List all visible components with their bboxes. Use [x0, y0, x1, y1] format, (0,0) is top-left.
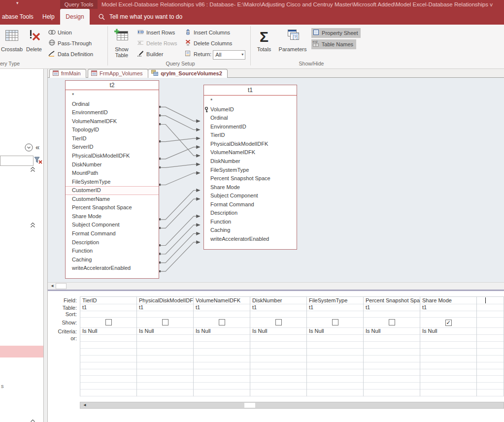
cell-sort[interactable]: [364, 311, 420, 318]
cell-table[interactable]: t1: [364, 304, 420, 311]
clear-filter-icon[interactable]: [34, 156, 43, 165]
cell-empty[interactable]: [307, 376, 363, 383]
grid-column-TierID[interactable]: TierIDt1Is Null: [80, 296, 136, 396]
cell-show[interactable]: [307, 318, 363, 328]
cell-table[interactable]: t1: [80, 304, 136, 311]
cell-field[interactable]: TierID: [80, 296, 136, 304]
cell-empty[interactable]: [307, 349, 363, 356]
delete-columns-button[interactable]: Delete Columns: [183, 38, 232, 48]
design-horizontal-scrollbar[interactable]: ◄: [48, 282, 504, 290]
cell-table[interactable]: t1: [420, 304, 476, 311]
cell-criteria[interactable]: Is Null: [364, 328, 420, 335]
cell-table[interactable]: [477, 304, 504, 311]
cell-table[interactable]: t1: [137, 304, 193, 311]
cell-show[interactable]: [364, 318, 420, 328]
grid-column-PhysicalDiskModelIDFK[interactable]: PhysicalDiskModelIDFKt1Is Null: [136, 296, 193, 396]
cell-empty[interactable]: [80, 383, 136, 390]
cell-empty[interactable]: [80, 356, 136, 362]
cell-empty[interactable]: [194, 362, 250, 369]
parameters-button[interactable]: [?] Parameters: [277, 27, 308, 59]
field-Format-Command[interactable]: Format Command: [66, 229, 159, 238]
cell-empty[interactable]: [137, 390, 193, 396]
field-Percent-Snapshot-Space[interactable]: Percent Snapshot Space: [204, 174, 297, 183]
cell-empty[interactable]: [194, 369, 250, 376]
field-Subject-Component[interactable]: Subject Component: [66, 221, 159, 229]
cell-empty[interactable]: [80, 342, 136, 349]
cell-table[interactable]: t1: [194, 304, 250, 311]
cell-empty[interactable]: [307, 356, 363, 362]
cell-empty[interactable]: [250, 362, 306, 369]
cell-empty[interactable]: [194, 390, 250, 396]
shutter-bar-close-button[interactable]: «: [35, 143, 39, 151]
cell-show[interactable]: [80, 318, 136, 328]
nav-menu-dropdown-icon[interactable]: [25, 143, 33, 153]
cell-field[interactable]: PhysicalDiskModelIDFK: [137, 296, 193, 304]
cell-empty[interactable]: [364, 369, 420, 376]
cell-empty[interactable]: [307, 342, 363, 349]
cell-criteria[interactable]: Is Null: [420, 328, 476, 335]
cell-show[interactable]: [250, 318, 306, 328]
field-Caching[interactable]: Caching: [204, 226, 297, 235]
cell-empty[interactable]: [364, 376, 420, 383]
field-Function[interactable]: Function: [204, 218, 297, 227]
cell-sort[interactable]: [194, 311, 250, 318]
field-Description[interactable]: Description: [204, 209, 297, 218]
tell-me-search[interactable]: Tell me what you want to do: [99, 9, 182, 25]
cell-criteria[interactable]: Is Null: [194, 328, 250, 335]
cell-show[interactable]: ✓: [420, 318, 476, 328]
field-Format-Command[interactable]: Format Command: [204, 200, 297, 209]
field-Percent-Snapshot-Space[interactable]: Percent Snapshot Space: [66, 203, 159, 212]
field-Subject-Component[interactable]: Subject Component: [204, 192, 297, 200]
cell-empty[interactable]: [250, 376, 306, 383]
cell-or[interactable]: [307, 335, 363, 342]
cell-field[interactable]: DiskNumber: [250, 296, 306, 304]
cell-criteria[interactable]: Is Null: [307, 328, 363, 335]
nav-selected-item[interactable]: [0, 346, 43, 357]
field-Description[interactable]: Description: [66, 238, 159, 247]
cell-empty[interactable]: [137, 376, 193, 383]
cell-empty[interactable]: [420, 356, 476, 362]
grid-column-Share-Mode[interactable]: Share Modet1✓Is Null: [420, 296, 476, 396]
table-names-button[interactable]: XYZ Table Names: [311, 39, 356, 49]
field-VolumeNameIDFK[interactable]: VolumeNameIDFK: [66, 117, 159, 126]
cell-field[interactable]: [477, 296, 504, 304]
field-Share-Mode[interactable]: Share Mode: [204, 183, 297, 192]
cell-empty[interactable]: [364, 390, 420, 396]
field-FileSystemType[interactable]: FileSystemType: [204, 166, 297, 175]
pane-divider[interactable]: [43, 69, 48, 422]
cell-empty[interactable]: [250, 342, 306, 349]
table-box-t2[interactable]: t2*OrdinalEnvironmentIDVolumeNameIDFKTop…: [65, 80, 159, 279]
field-Function[interactable]: Function: [66, 247, 159, 256]
cell-empty[interactable]: [250, 349, 306, 356]
cell-empty[interactable]: [364, 342, 420, 349]
cell-field[interactable]: Percent Snapshot Space: [364, 296, 420, 304]
cell-sort[interactable]: [420, 311, 476, 318]
query-design-canvas[interactable]: t2*OrdinalEnvironmentIDVolumeNameIDFKTop…: [48, 78, 504, 282]
cell-empty[interactable]: [420, 362, 476, 369]
property-sheet-button[interactable]: Property Sheet: [311, 28, 361, 38]
cell-criteria[interactable]: Is Null: [80, 328, 136, 335]
cell-table[interactable]: t1: [307, 304, 363, 311]
cell-empty[interactable]: [477, 390, 504, 396]
cell-field[interactable]: VolumeNameIDFK: [194, 296, 250, 304]
cell-empty[interactable]: [250, 356, 306, 362]
field-asterisk[interactable]: *: [204, 97, 297, 105]
cell-empty[interactable]: [307, 383, 363, 390]
cell-or[interactable]: [420, 335, 476, 342]
cell-or[interactable]: [137, 335, 193, 342]
cell-field[interactable]: FileSystemType: [307, 296, 363, 304]
cell-sort[interactable]: [137, 311, 193, 318]
field-CustomerName[interactable]: CustomerName: [66, 195, 159, 204]
scrollbar-thumb[interactable]: [56, 283, 67, 289]
cell-empty[interactable]: [137, 349, 193, 356]
collapse-group-icon[interactable]: [30, 166, 35, 173]
cell-empty[interactable]: [194, 376, 250, 383]
delete-query-button[interactable]: Delete: [24, 27, 44, 59]
crosstab-button[interactable]: Crosstab: [1, 27, 23, 59]
cell-table[interactable]: t1: [250, 304, 306, 311]
cell-or[interactable]: [477, 335, 504, 342]
cell-empty[interactable]: [420, 390, 476, 396]
collapse-group-icon[interactable]: [30, 419, 35, 422]
cell-empty[interactable]: [477, 362, 504, 369]
return-dropdown[interactable]: All▾: [213, 50, 245, 60]
